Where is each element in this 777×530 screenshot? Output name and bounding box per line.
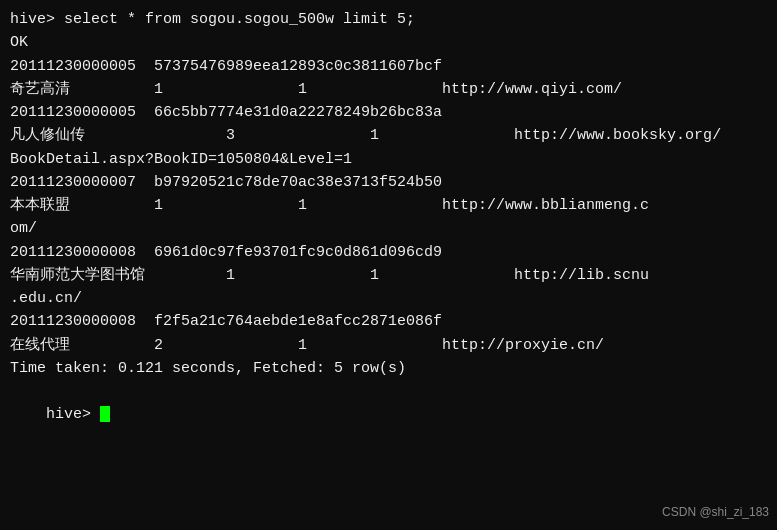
row4-data-line: 华南师范大学图书馆 1 1 http://lib.scnu <box>10 264 767 287</box>
timing-line: Time taken: 0.121 seconds, Fetched: 5 ro… <box>10 357 767 380</box>
cursor-icon <box>100 406 110 422</box>
row2-url-line: BookDetail.aspx?BookID=1050804&Level=1 <box>10 148 767 171</box>
row4-url-line: .edu.cn/ <box>10 287 767 310</box>
ok-line: OK <box>10 31 767 54</box>
prompt-text: hive> <box>46 406 100 423</box>
watermark-label: CSDN @shi_zi_183 <box>662 503 769 522</box>
row3-url-line: om/ <box>10 217 767 240</box>
row5-id-line: 20111230000008 f2f5a21c764aebde1e8afcc28… <box>10 310 767 333</box>
row2-data-line: 凡人修仙传 3 1 http://www.booksky.org/ <box>10 124 767 147</box>
command-line: hive> select * from sogou.sogou_500w lim… <box>10 8 767 31</box>
row1-data-line: 奇艺高清 1 1 http://www.qiyi.com/ <box>10 78 767 101</box>
row3-id-line: 20111230000007 b97920521c78de70ac38e3713… <box>10 171 767 194</box>
row1-id-line: 20111230000005 57375476989eea12893c0c381… <box>10 55 767 78</box>
row4-id-line: 20111230000008 6961d0c97fe93701fc9c0d861… <box>10 241 767 264</box>
row3-data-line: 本本联盟 1 1 http://www.bblianmeng.c <box>10 194 767 217</box>
terminal-window: hive> select * from sogou.sogou_500w lim… <box>0 0 777 530</box>
row5-data-line: 在线代理 2 1 http://proxyie.cn/ <box>10 334 767 357</box>
row2-id-line: 20111230000005 66c5bb7774e31d0a22278249b… <box>10 101 767 124</box>
final-prompt-line[interactable]: hive> <box>10 380 767 450</box>
